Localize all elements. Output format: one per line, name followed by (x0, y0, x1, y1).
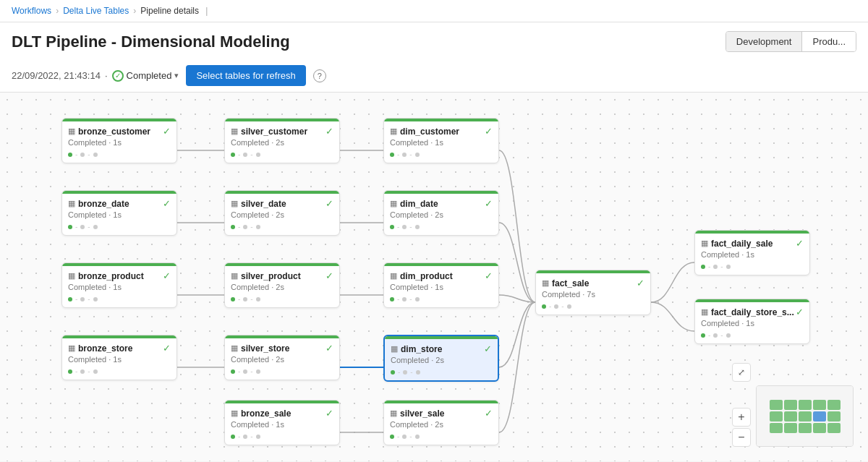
node-fact_sale[interactable]: ▦ fact_sale ✓ Completed · 7s - - (535, 270, 651, 315)
node-silver_sale[interactable]: ▦ silver_sale ✓ Completed · 2s - - (383, 400, 499, 445)
node-dots: - - (231, 150, 333, 158)
dot-sep: - (238, 295, 240, 303)
dot-sep2: - (250, 367, 252, 375)
dot-gray2 (415, 435, 420, 439)
development-mode-button[interactable]: Development (726, 32, 803, 51)
page-title: DLT Pipeline - Dimensional Modeling (12, 33, 290, 51)
dot-gray1 (80, 369, 85, 374)
nav-workflows[interactable]: Workflows (12, 6, 51, 16)
dot-gray2 (567, 304, 571, 309)
node-name: fact_sale (552, 278, 589, 288)
node-silver_store[interactable]: ▦ silver_store ✓ Completed · 2s - - (224, 335, 340, 380)
dot-gray2 (256, 153, 260, 157)
minimap (756, 385, 854, 447)
node-check-icon: ✓ (796, 307, 804, 317)
minimap-block-13 (813, 423, 826, 433)
node-bronze_customer[interactable]: ▦ bronze_customer ✓ Completed · 1s - - (61, 118, 177, 163)
dot-sep: - (397, 295, 399, 303)
node-dots: - - (701, 262, 804, 270)
zoom-in-button[interactable]: + (732, 408, 751, 427)
dot-sep: - (75, 150, 77, 158)
node-check-icon: ✓ (485, 408, 493, 419)
node-name: dim_product (400, 271, 453, 281)
node-fact_daily_sale[interactable]: ▦ fact_daily_sale ✓ Completed · 1s - - (694, 230, 810, 275)
dot-gray1 (243, 225, 247, 229)
fullscreen-button[interactable]: ⤢ (732, 363, 751, 382)
table-icon: ▦ (231, 408, 238, 418)
dot-gray1 (243, 435, 247, 439)
dot-sep: - (708, 331, 710, 339)
dot-sep2: - (250, 432, 252, 440)
node-dim_store[interactable]: ▦ dim_store ✓ Completed · 2s - - (383, 335, 499, 382)
dot-gray1 (243, 369, 247, 374)
dot-sep2: - (409, 432, 412, 440)
node-status-text: Completed · 1s (68, 138, 171, 147)
dot-sep: - (238, 223, 240, 231)
zoom-controls: + − (732, 408, 751, 447)
production-mode-button[interactable]: Produ... (802, 32, 856, 51)
dot-sep2: - (88, 150, 90, 158)
table-icon: ▦ (701, 307, 708, 317)
help-icon[interactable]: ? (313, 69, 326, 82)
dot-gray2 (726, 333, 731, 338)
table-icon: ▦ (391, 344, 398, 354)
nav-delta-live-tables[interactable]: Delta Live Tables (63, 6, 129, 16)
dot-green (391, 370, 395, 375)
node-check-icon: ✓ (326, 343, 333, 354)
node-name: fact_daily_sale (711, 239, 773, 249)
dot-gray2 (415, 297, 420, 301)
dot-green (231, 297, 235, 301)
dot-sep2: - (409, 223, 412, 231)
node-bronze_sale[interactable]: ▦ bronze_sale ✓ Completed · 1s - - (224, 400, 340, 445)
mode-switcher: Development Produ... (726, 31, 856, 52)
node-dots: - - (68, 223, 171, 231)
minimap-block-12 (799, 423, 812, 433)
dot-green (231, 225, 235, 229)
dot-gray1 (403, 370, 407, 375)
dot-green (390, 153, 394, 157)
node-bronze_date[interactable]: ▦ bronze_date ✓ Completed · 1s - - (61, 190, 177, 236)
minimap-block-9 (827, 411, 841, 422)
minimap-block-2 (799, 400, 812, 410)
dot-green (542, 304, 546, 309)
select-tables-refresh-button[interactable]: Select tables for refresh (186, 65, 305, 86)
dot-gray1 (80, 153, 85, 157)
node-silver_product[interactable]: ▦ silver_product ✓ Completed · 2s - - (224, 262, 340, 308)
node-name: silver_product (241, 271, 301, 281)
node-bronze_product[interactable]: ▦ bronze_product ✓ Completed · 1s - - (61, 262, 177, 308)
zoom-out-button[interactable]: − (732, 428, 751, 447)
run-status-label: Completed (127, 70, 172, 81)
connection-dim_store-fact_sale (499, 302, 535, 367)
dot-sep2: - (250, 150, 252, 158)
node-fact_daily_store_s[interactable]: ▦ fact_daily_store_s... ✓ Completed · 1s… (694, 299, 810, 344)
node-dim_customer[interactable]: ▦ dim_customer ✓ Completed · 1s - - (383, 118, 499, 163)
dot-sep: - (397, 223, 399, 231)
node-status-text: Completed · 1s (231, 420, 333, 429)
node-name: bronze_product (78, 271, 144, 281)
dot-gray2 (256, 297, 260, 301)
node-status-text: Completed · 1s (390, 283, 493, 291)
node-dots: - - (701, 331, 804, 339)
dot-sep2: - (88, 295, 90, 303)
dot-gray1 (402, 153, 407, 157)
node-dim_date[interactable]: ▦ dim_date ✓ Completed · 2s - - (383, 190, 499, 236)
node-status-text: Completed · 2s (231, 283, 333, 291)
table-icon: ▦ (701, 239, 708, 248)
run-status-dropdown[interactable]: ✓ Completed ▾ (112, 70, 179, 82)
dot-gray2 (415, 225, 420, 229)
node-silver_date[interactable]: ▦ silver_date ✓ Completed · 2s - - (224, 190, 340, 236)
node-check-icon: ✓ (637, 278, 644, 288)
connection-dim_date-fact_sale (499, 223, 535, 302)
dot-sep2: - (250, 295, 252, 303)
dot-sep: - (397, 432, 399, 440)
minimap-grid (770, 400, 841, 433)
minimap-block-7 (799, 411, 812, 422)
node-dots: - - (390, 432, 493, 440)
table-icon: ▦ (68, 199, 75, 208)
node-bronze_store[interactable]: ▦ bronze_store ✓ Completed · 1s - - (61, 335, 177, 380)
minimap-block-11 (784, 423, 797, 433)
node-silver_customer[interactable]: ▦ silver_customer ✓ Completed · 2s - - (224, 118, 340, 163)
node-dim_product[interactable]: ▦ dim_product ✓ Completed · 1s - - (383, 262, 499, 308)
run-info: 22/09/2022, 21:43:14 · ✓ Completed ▾ (12, 70, 179, 82)
node-status-text: Completed · 2s (390, 420, 493, 429)
